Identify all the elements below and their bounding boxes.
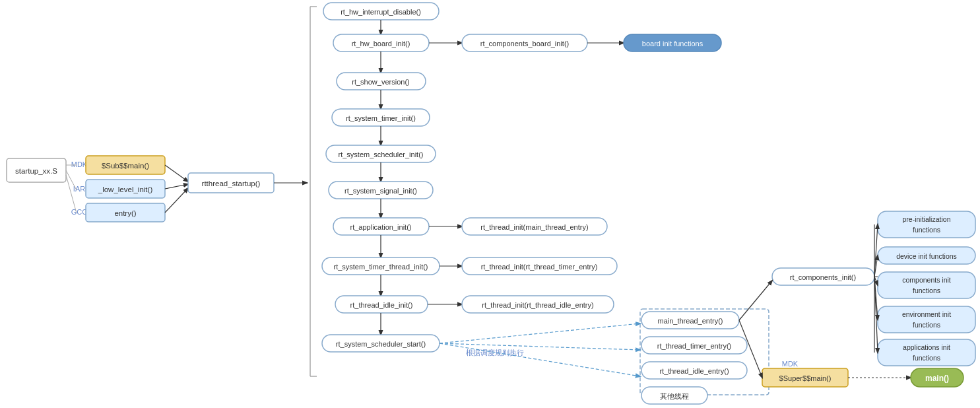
pre-init-functions-label2: functions bbox=[913, 226, 940, 234]
iar-label: IAR bbox=[73, 185, 85, 193]
components-board-init-label: rt_components_board_init() bbox=[480, 40, 570, 48]
sub-main-label: $Sub$$main() bbox=[102, 162, 149, 170]
svg-line-28 bbox=[874, 224, 878, 277]
components-init-functions-label2: functions bbox=[913, 287, 940, 294]
mdk-label: MDK bbox=[71, 160, 88, 168]
system-scheduler-start-label: rt_system_scheduler_start() bbox=[336, 340, 426, 348]
system-timer-thread-init-label: rt_system_timer_thread_init() bbox=[333, 263, 428, 271]
svg-line-5 bbox=[165, 188, 188, 213]
application-init-label: rt_application_init() bbox=[350, 223, 412, 231]
pre-init-functions-label: pre-initialization bbox=[903, 215, 951, 223]
svg-line-4 bbox=[165, 184, 188, 189]
other-threads-label: 其他线程 bbox=[660, 392, 689, 400]
rt-thread-idle-entry-label: rt_thread_idle_entry() bbox=[659, 367, 729, 375]
main-label: main() bbox=[925, 374, 949, 383]
mdk-label2: MDK bbox=[782, 360, 799, 368]
system-scheduler-init-label: rt_system_scheduler_init() bbox=[339, 151, 424, 158]
environment-init-label1: environment init bbox=[902, 310, 951, 318]
show-version-label: rt_show_version() bbox=[352, 78, 409, 86]
hw-board-init-label: rt_hw_board_init() bbox=[352, 40, 410, 48]
entry-label: entry() bbox=[114, 209, 136, 217]
low-level-init-label: _low_level_init() bbox=[98, 186, 153, 193]
thread-init-timer-label: rt_thread_init(rt_thread_timer_entry) bbox=[481, 263, 598, 271]
rtthread-startup-label: rtthread_startup() bbox=[202, 180, 261, 187]
hw-interrupt-disable-label: rt_hw_interrupt_disable() bbox=[341, 8, 421, 16]
schedule-label: 根据调度规则执行 bbox=[466, 349, 524, 357]
board-init-functions-label: board init functions bbox=[642, 40, 703, 48]
applications-init-label2: functions bbox=[913, 354, 940, 362]
thread-init-main-label: rt_thread_init(main_thread_entry) bbox=[480, 223, 588, 231]
thread-init-idle-label: rt_thread_init(rt_thread_idle_entry) bbox=[482, 301, 593, 309]
applications-init-label1: applications init bbox=[903, 343, 950, 351]
system-signal-init-label: rt_system_signal_init() bbox=[344, 187, 417, 195]
environment-init-label2: functions bbox=[913, 321, 940, 329]
startup-label: startup_xx.S bbox=[15, 167, 57, 175]
diagram-svg: startup_xx.S MDK IAR GCC $Sub$$main() _l… bbox=[0, 0, 980, 408]
components-init-functions-label1: components init bbox=[902, 276, 951, 284]
thread-idle-init-label: rt_thread_idle_init() bbox=[350, 301, 413, 309]
svg-line-24 bbox=[440, 323, 640, 343]
svg-line-27 bbox=[739, 281, 772, 320]
svg-line-3 bbox=[165, 165, 188, 182]
gcc-label: GCC bbox=[71, 208, 88, 216]
main-thread-entry-label: main_thread_entry() bbox=[657, 317, 723, 325]
system-timer-init-label: rt_system_timer_init() bbox=[346, 114, 416, 122]
rt-thread-timer-entry-label: rt_thread_timer_entry() bbox=[657, 342, 732, 350]
super-main-label: $Super$$main() bbox=[779, 374, 832, 382]
components-init-label: rt_components_init() bbox=[790, 273, 856, 281]
device-init-functions-label: device init functions bbox=[896, 252, 957, 260]
